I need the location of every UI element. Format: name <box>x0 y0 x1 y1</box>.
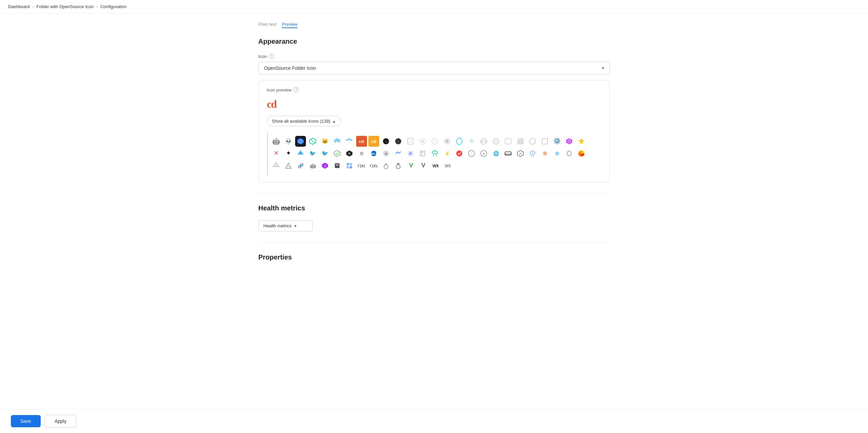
list-item[interactable]: 🐱 <box>320 136 330 147</box>
svg-text:⊕: ⊕ <box>385 152 387 156</box>
health-metrics-title: Health metrics <box>258 204 610 212</box>
list-item[interactable] <box>295 136 306 147</box>
list-item[interactable]: V <box>405 160 416 171</box>
list-item[interactable] <box>527 148 538 159</box>
list-item[interactable]: ✕ <box>271 148 282 159</box>
svg-marker-31 <box>334 150 340 157</box>
list-item[interactable]: ⚙️ <box>552 136 562 147</box>
svg-text:⚙: ⚙ <box>359 151 364 156</box>
list-item[interactable] <box>503 136 514 147</box>
svg-text:V: V <box>421 162 425 169</box>
list-item[interactable]: 🌐 <box>490 148 501 159</box>
list-item[interactable]: ↓ <box>393 136 404 147</box>
show-icons-btn[interactable]: Show all available icons (139) ▲ <box>267 116 341 126</box>
list-item[interactable]: 🤖 <box>307 160 318 171</box>
svg-text:❄: ❄ <box>469 138 474 144</box>
list-item[interactable]: ● <box>478 148 489 159</box>
list-item[interactable] <box>381 160 391 171</box>
svg-point-21 <box>529 138 536 144</box>
list-item[interactable]: ⊕ <box>539 148 550 159</box>
list-item[interactable] <box>405 136 416 147</box>
list-item[interactable] <box>271 160 282 171</box>
list-item[interactable] <box>393 148 404 159</box>
svg-point-52 <box>532 153 533 154</box>
list-item[interactable]: ⚡ <box>442 148 452 159</box>
list-item[interactable] <box>429 136 440 147</box>
list-item[interactable]: ⊕ <box>381 148 391 159</box>
list-item[interactable]: 🐦 <box>307 148 318 159</box>
list-item[interactable] <box>344 160 355 171</box>
list-item[interactable]: cd <box>356 136 367 147</box>
apply-button[interactable]: Apply <box>45 415 76 428</box>
tab-plain-text[interactable]: Plain text <box>258 22 276 28</box>
tab-preview[interactable]: Preview <box>282 22 297 28</box>
svg-text:okdokd: okdokd <box>504 152 512 156</box>
list-item[interactable] <box>564 136 575 147</box>
list-item[interactable] <box>332 148 343 159</box>
list-item[interactable] <box>490 136 501 147</box>
list-item[interactable]: HELM <box>368 148 379 159</box>
svg-point-71 <box>396 165 400 169</box>
icons-grid-container: 🤖 💀 🐱 <box>267 132 601 175</box>
list-item[interactable]: okdokd <box>503 148 514 159</box>
svg-point-43 <box>456 150 462 157</box>
svg-text:🐱: 🐱 <box>322 138 328 144</box>
list-item[interactable]: cd <box>368 136 379 147</box>
list-item[interactable] <box>576 148 587 159</box>
list-item[interactable] <box>405 148 416 159</box>
list-item[interactable]: TIKV <box>368 160 379 171</box>
list-item[interactable]: ⊕ <box>552 148 562 159</box>
list-item[interactable] <box>344 148 355 159</box>
list-item[interactable]: WM <box>429 160 440 171</box>
list-item[interactable] <box>527 136 538 147</box>
svg-text:⚡: ⚡ <box>444 151 450 157</box>
list-item[interactable]: ↓ <box>381 136 391 147</box>
list-item[interactable] <box>283 160 294 171</box>
list-item[interactable]: 💀 <box>283 136 294 147</box>
list-item[interactable] <box>417 148 428 159</box>
icon-help[interactable]: ? <box>269 54 274 59</box>
svg-text:⬜: ⬜ <box>517 138 524 144</box>
breadcrumb-folder[interactable]: Folder with OpenSource Icon <box>37 4 94 9</box>
list-item[interactable]: WM <box>442 160 452 171</box>
properties-title: Properties <box>258 253 610 261</box>
list-item[interactable]: ❄ <box>466 136 477 147</box>
icon-preview-help[interactable]: ? <box>293 87 299 92</box>
list-item[interactable] <box>478 136 489 147</box>
breadcrumb: Dashboard › Folder with OpenSource Icon … <box>0 0 868 14</box>
list-item[interactable]: ⬜ <box>515 136 526 147</box>
list-item[interactable] <box>539 136 550 147</box>
health-metrics-dropdown[interactable]: Health metrics ▾ <box>258 220 313 231</box>
list-item[interactable] <box>442 136 452 147</box>
list-item[interactable] <box>295 148 306 159</box>
list-item[interactable]: ⊙ <box>320 160 330 171</box>
icon-preview-label: Icon preview <box>267 87 292 92</box>
breadcrumb-sep-1: › <box>33 4 34 9</box>
list-item[interactable]: ✦ <box>283 148 294 159</box>
list-item[interactable] <box>454 148 465 159</box>
list-item[interactable]: 🐦 <box>320 148 330 159</box>
breadcrumb-dashboard[interactable]: Dashboard <box>8 4 30 9</box>
save-button[interactable]: Save <box>11 415 41 427</box>
list-item[interactable]: TIKU <box>356 160 367 171</box>
appearance-section: Appearance Icon ? OpenSource Folder Icon… <box>258 38 610 182</box>
list-item[interactable] <box>576 136 587 147</box>
icon-dropdown[interactable]: OpenSource Folder Icon ▾ <box>258 62 610 75</box>
list-item[interactable] <box>515 148 526 159</box>
list-item[interactable] <box>417 136 428 147</box>
svg-point-70 <box>384 165 388 169</box>
list-item[interactable]: 🧬 <box>295 160 306 171</box>
list-item[interactable] <box>307 136 318 147</box>
list-item[interactable] <box>429 148 440 159</box>
list-item[interactable] <box>564 148 575 159</box>
list-item[interactable]: 🤖 <box>271 136 282 147</box>
list-item[interactable]: ○ <box>466 148 477 159</box>
list-item[interactable] <box>332 160 343 171</box>
list-item[interactable]: ⚙ <box>356 148 367 159</box>
list-item[interactable] <box>454 136 465 147</box>
list-item[interactable]: V <box>417 160 428 171</box>
svg-text:○: ○ <box>470 152 472 156</box>
list-item[interactable] <box>344 136 355 147</box>
list-item[interactable] <box>332 136 343 147</box>
list-item[interactable] <box>393 160 404 171</box>
